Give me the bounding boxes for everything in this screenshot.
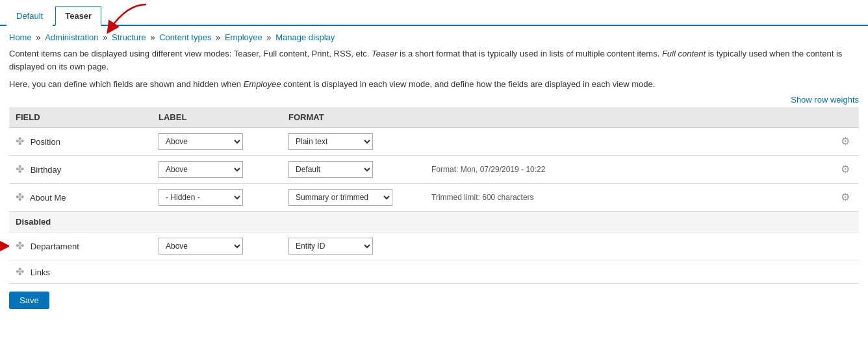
tab-teaser[interactable]: Teaser (55, 6, 101, 26)
col-format: FORMAT (282, 107, 425, 128)
summary-cell-birthday: Format: Mon, 07/29/2019 - 10:22 (425, 155, 832, 183)
table-row: ✤ Departament Above Inline Hidden Visual… (9, 232, 859, 260)
breadcrumb-manage-display[interactable]: Manage display (275, 32, 335, 42)
disabled-section-label: Disabled (9, 211, 859, 232)
birthday-summary: Format: Mon, 07/29/2019 - 10:22 (431, 165, 545, 174)
format-cell-birthday: Default Plain text (282, 155, 425, 183)
drag-handle-links[interactable]: ✤ (16, 266, 24, 278)
show-row-weights-container: Show row weights (9, 95, 859, 105)
description-2: Here, you can define which fields are sh… (9, 78, 859, 91)
fields-table: FIELD LABEL FORMAT ✤ Position Ab (9, 107, 859, 284)
breadcrumb-sep-5: » (266, 32, 274, 42)
col-actions (832, 107, 859, 128)
summary-cell-about-me: Trimmed limit: 600 characters (425, 183, 832, 211)
gear-button-position[interactable]: ⚙ (838, 134, 852, 149)
label-cell-departament: Above Inline Hidden Visually Hidden (152, 232, 282, 260)
field-cell-about-me: ✤ About Me (9, 183, 152, 211)
disabled-section-row: Disabled (9, 211, 859, 232)
breadcrumb: Home » Administration » Structure » Cont… (9, 32, 859, 42)
col-label: LABEL (152, 107, 282, 128)
field-cell-departament: ✤ Departament (9, 232, 152, 260)
tab-default[interactable]: Default (6, 6, 53, 26)
format-cell-position: Plain text Default (282, 127, 425, 155)
drag-handle-birthday[interactable]: ✤ (16, 163, 24, 175)
field-cell-position: ✤ Position (9, 127, 152, 155)
tabs-bar: Default Teaser (0, 0, 868, 26)
field-name-links: Links (31, 268, 50, 277)
gear-cell-links (832, 260, 859, 283)
label-select-birthday[interactable]: Above Inline Hidden Visually Hidden (159, 161, 243, 178)
field-cell-birthday: ✤ Birthday (9, 155, 152, 183)
col-field: FIELD (9, 107, 152, 128)
label-cell-links (152, 260, 282, 283)
table-row: ✤ Links (9, 260, 859, 283)
summary-cell-departament (425, 232, 832, 260)
summary-cell-position (425, 127, 832, 155)
col-summary (425, 107, 832, 128)
gear-cell-about-me: ⚙ (832, 183, 859, 211)
drag-handle-departament[interactable]: ✤ (16, 240, 24, 252)
breadcrumb-home[interactable]: Home (9, 32, 32, 42)
table-row: ✤ Birthday Above Inline Hidden Visually … (9, 155, 859, 183)
field-name-about-me: About Me (30, 193, 66, 203)
gear-button-birthday[interactable]: ⚙ (838, 162, 852, 177)
save-button[interactable]: Save (9, 292, 49, 309)
show-row-weights-link[interactable]: Show row weights (791, 95, 859, 105)
breadcrumb-content-types[interactable]: Content types (159, 32, 211, 42)
about-me-summary: Trimmed limit: 600 characters (431, 193, 534, 202)
format-cell-links (282, 260, 425, 283)
gear-button-about-me[interactable]: ⚙ (838, 190, 852, 205)
field-name-position: Position (31, 137, 60, 147)
breadcrumb-sep-4: » (216, 32, 223, 42)
breadcrumb-administration[interactable]: Administration (45, 32, 98, 42)
field-cell-links: ✤ Links (9, 260, 152, 283)
summary-cell-links (425, 260, 832, 283)
breadcrumb-structure[interactable]: Structure (112, 32, 146, 42)
field-name-birthday: Birthday (31, 165, 62, 175)
description-1: Content items can be displayed using dif… (9, 47, 859, 73)
breadcrumb-sep-3: » (150, 32, 157, 42)
breadcrumb-sep-1: » (36, 32, 43, 42)
label-cell-position: Above Inline Hidden Visually Hidden (152, 127, 282, 155)
gear-cell-departament (832, 232, 859, 260)
breadcrumb-employee[interactable]: Employee (225, 32, 262, 42)
label-cell-about-me: Above Inline - Hidden - Visually Hidden (152, 183, 282, 211)
format-select-position[interactable]: Plain text Default (288, 133, 373, 150)
label-select-about-me[interactable]: Above Inline - Hidden - Visually Hidden (159, 189, 243, 206)
drag-handle-position[interactable]: ✤ (16, 135, 24, 147)
format-select-departament[interactable]: Entity ID Default Plain text (288, 238, 373, 255)
format-select-birthday[interactable]: Default Plain text (288, 161, 373, 178)
breadcrumb-sep-2: » (103, 32, 110, 42)
gear-cell-birthday: ⚙ (832, 155, 859, 183)
table-row: ✤ About Me Above Inline - Hidden - Visua… (9, 183, 859, 211)
label-select-departament[interactable]: Above Inline Hidden Visually Hidden (159, 238, 243, 255)
format-cell-departament: Entity ID Default Plain text (282, 232, 425, 260)
drag-handle-about-me[interactable]: ✤ (16, 191, 24, 203)
table-row: ✤ Position Above Inline Hidden Visually … (9, 127, 859, 155)
gear-cell-position: ⚙ (832, 127, 859, 155)
label-select-position[interactable]: Above Inline Hidden Visually Hidden (159, 133, 243, 150)
field-name-departament: Departament (31, 242, 79, 251)
format-select-about-me[interactable]: Summary or trimmed Default Plain text (288, 189, 392, 206)
label-cell-birthday: Above Inline Hidden Visually Hidden (152, 155, 282, 183)
format-cell-about-me: Summary or trimmed Default Plain text (282, 183, 425, 211)
